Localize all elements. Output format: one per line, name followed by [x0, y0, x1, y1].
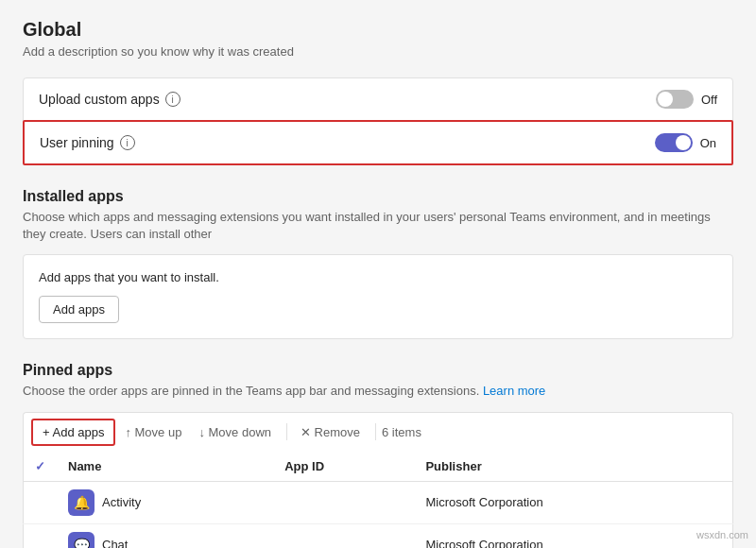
pinned-add-apps-button[interactable]: + Add apps	[31, 419, 115, 446]
upload-custom-apps-state: Off	[701, 93, 717, 107]
pinned-apps-title: Pinned apps	[23, 362, 733, 379]
page-title: Global	[23, 19, 733, 41]
col-name: Name	[57, 452, 273, 482]
installed-apps-card-text: Add apps that you want to install.	[39, 270, 717, 284]
learn-more-link[interactable]: Learn more	[483, 384, 545, 398]
row-name: 🔔 Activity	[57, 481, 273, 523]
app-icon: 💬	[68, 532, 94, 548]
header-check-icon: ✓	[35, 459, 45, 473]
installed-apps-title: Installed apps	[23, 188, 733, 205]
installed-apps-add-button[interactable]: Add apps	[39, 296, 119, 323]
pinned-apps-toolbar: + Add apps ↑ Move up ↓ Move down ✕ Remov…	[23, 412, 733, 452]
move-up-button[interactable]: ↑ Move up	[117, 420, 189, 444]
user-pinning-state: On	[700, 136, 716, 150]
row-publisher: Microsoft Corporation	[414, 523, 732, 548]
page-subtitle: Add a description so you know why it was…	[23, 44, 733, 59]
app-name-label: Activity	[102, 495, 141, 509]
upload-custom-apps-info-icon[interactable]: i	[165, 92, 180, 107]
main-page: Global Add a description so you know why…	[0, 0, 756, 548]
remove-button[interactable]: ✕ Remove	[293, 420, 368, 444]
toolbar-separator	[286, 423, 287, 440]
row-appid	[273, 481, 414, 523]
user-pinning-toggle[interactable]	[655, 133, 693, 152]
installed-apps-section: Installed apps Choose which apps and mes…	[23, 188, 733, 339]
toolbar-separator-2	[375, 423, 376, 440]
app-name-label: Chat	[102, 538, 128, 548]
table-row: 🔔 Activity Microsoft Corporation	[24, 481, 733, 523]
row-publisher: Microsoft Corporation	[414, 481, 732, 523]
table-header-row: ✓ Name App ID Publisher	[24, 452, 733, 482]
user-pinning-toggle-container: On	[655, 133, 716, 152]
pinned-apps-desc: Choose the order apps are pinned in the …	[23, 383, 733, 400]
row-check	[24, 481, 58, 523]
upload-custom-apps-toggle-container: Off	[656, 90, 717, 109]
col-check: ✓	[24, 452, 58, 482]
row-appid	[273, 523, 414, 548]
move-down-button[interactable]: ↓ Move down	[191, 420, 279, 444]
upload-custom-apps-toggle[interactable]	[656, 90, 694, 109]
user-pinning-label: User pinning i	[40, 135, 135, 150]
watermark: wsxdn.com	[696, 529, 748, 540]
table-row: 💬 Chat Microsoft Corporation	[24, 523, 733, 548]
settings-card: Upload custom apps i Off User pinning i	[23, 77, 733, 165]
row-check	[24, 523, 58, 548]
user-pinning-row: User pinning i On	[23, 120, 733, 165]
pinned-apps-table: ✓ Name App ID Publisher 🔔 Activity Micro…	[23, 452, 733, 548]
pinned-apps-section: Pinned apps Choose the order apps are pi…	[23, 362, 733, 548]
col-publisher: Publisher	[414, 452, 732, 482]
installed-apps-desc: Choose which apps and messaging extensio…	[23, 209, 733, 243]
col-appid: App ID	[273, 452, 414, 482]
upload-custom-apps-label: Upload custom apps i	[39, 92, 180, 107]
upload-custom-apps-row: Upload custom apps i Off	[24, 78, 732, 121]
installed-apps-card: Add apps that you want to install. Add a…	[23, 254, 733, 339]
items-count: 6 items	[382, 425, 421, 439]
row-name: 💬 Chat	[57, 523, 273, 548]
app-icon: 🔔	[68, 489, 94, 516]
user-pinning-info-icon[interactable]: i	[120, 135, 135, 150]
